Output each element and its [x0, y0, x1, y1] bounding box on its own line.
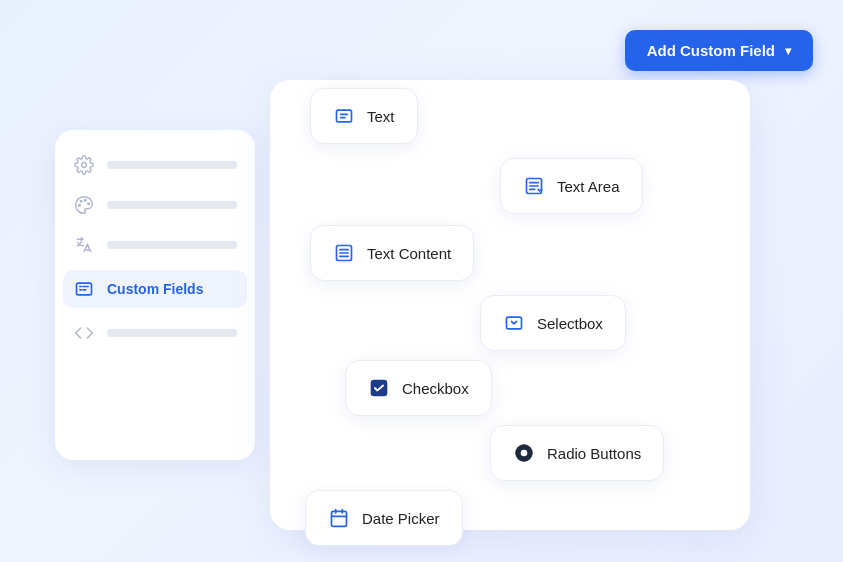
datepicker-field-icon: [328, 507, 350, 529]
datepicker-field-label: Date Picker: [362, 510, 440, 527]
translate-icon: [73, 234, 95, 256]
sidebar-item-code[interactable]: [73, 322, 237, 344]
textcontent-field-icon: [333, 242, 355, 264]
sidebar-item-custom-fields[interactable]: Custom Fields: [63, 270, 247, 308]
textcontent-field-label: Text Content: [367, 245, 451, 262]
svg-rect-13: [332, 511, 347, 526]
text-field-label: Text: [367, 108, 395, 125]
field-card-selectbox[interactable]: Selectbox: [480, 295, 626, 351]
code-icon: [73, 322, 95, 344]
text-field-icon: [333, 105, 355, 127]
field-card-checkbox[interactable]: Checkbox: [345, 360, 492, 416]
palette-icon: [73, 194, 95, 216]
sidebar-line-palette: [107, 201, 237, 209]
svg-point-2: [88, 203, 90, 205]
svg-point-12: [521, 450, 528, 457]
checkbox-field-icon: [368, 377, 390, 399]
field-card-textarea[interactable]: Text Area: [500, 158, 643, 214]
sidebar-line-settings: [107, 161, 237, 169]
gear-icon: [73, 154, 95, 176]
sidebar-item-translate[interactable]: [73, 234, 237, 256]
selectbox-field-label: Selectbox: [537, 315, 603, 332]
radio-field-label: Radio Buttons: [547, 445, 641, 462]
svg-point-0: [82, 163, 87, 168]
textarea-field-icon: [523, 175, 545, 197]
svg-point-3: [80, 200, 82, 202]
radio-field-icon: [513, 442, 535, 464]
svg-rect-6: [337, 110, 352, 122]
textarea-field-label: Text Area: [557, 178, 620, 195]
svg-point-4: [79, 205, 81, 207]
chevron-down-icon: ▾: [785, 44, 791, 58]
sidebar-line-code: [107, 329, 237, 337]
field-card-radio[interactable]: Radio Buttons: [490, 425, 664, 481]
custom-fields-label: Custom Fields: [107, 281, 203, 297]
field-card-textcontent[interactable]: Text Content: [310, 225, 474, 281]
sidebar-line-translate: [107, 241, 237, 249]
field-card-text[interactable]: Text: [310, 88, 418, 144]
add-custom-field-button[interactable]: Add Custom Field ▾: [625, 30, 813, 71]
selectbox-field-icon: [503, 312, 525, 334]
svg-point-1: [84, 200, 86, 202]
custom-fields-icon: [73, 278, 95, 300]
checkbox-field-label: Checkbox: [402, 380, 469, 397]
sidebar-item-palette[interactable]: [73, 194, 237, 216]
sidebar-card: Custom Fields: [55, 130, 255, 460]
add-custom-field-label: Add Custom Field: [647, 42, 775, 59]
sidebar-item-settings[interactable]: [73, 154, 237, 176]
field-card-datepicker[interactable]: Date Picker: [305, 490, 463, 546]
